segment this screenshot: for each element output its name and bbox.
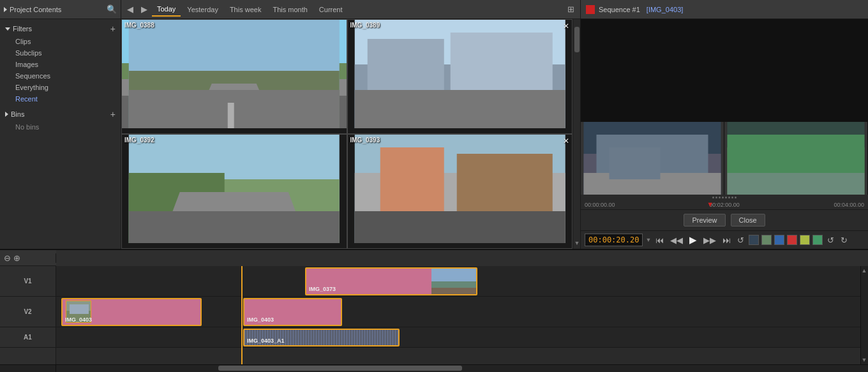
thumb-image-0388 (122, 20, 347, 128)
no-bins-label: No bins (0, 121, 121, 133)
step-back-button[interactable]: ◀◀ (668, 235, 685, 246)
thumb-label-0388: IMG_0388 (124, 22, 154, 29)
tab-this-week[interactable]: This week (225, 3, 267, 16)
project-contents-title: Project Contents (10, 6, 61, 13)
track-a1: IMG_0403_A1 (56, 327, 860, 348)
v2-clip-2-label: IMG_0403 (247, 316, 274, 323)
timecode-dots-bar (581, 195, 868, 200)
step-forward-button[interactable]: ▶▶ (701, 235, 718, 246)
back-button[interactable]: ◀ (124, 3, 137, 15)
color-swatch-4 (787, 235, 797, 245)
preview-main (581, 19, 868, 121)
sidebar-item-subclips[interactable]: Subclips (0, 47, 121, 59)
svg-rect-28 (728, 135, 865, 173)
preview-thumb-2[interactable] (724, 122, 868, 195)
clip-thumb-road (431, 269, 476, 294)
track-content-area: IMG_0373 (56, 266, 860, 364)
timecode-ruler-bar: 00:00:00.00 ▼00:02:00.00 00:04:00.00 (581, 200, 868, 209)
a1-clip-inner: IMG_0403_A1 (244, 330, 398, 345)
goto-start-button[interactable]: ⏮ (654, 235, 666, 246)
thumbnail-img0392[interactable]: IMG_0392 (121, 134, 347, 249)
tc-mark-1: 00:00:00.00 (585, 202, 615, 208)
preview-thumbnails-strip (581, 121, 868, 195)
zoom-out-button[interactable]: ⊖ (4, 253, 11, 263)
preview-thumb-1[interactable] (581, 122, 724, 195)
v1-clip-img0373[interactable]: IMG_0373 (305, 267, 477, 295)
thumb-close-0389[interactable]: ✕ (563, 22, 569, 31)
goto-end-button[interactable]: ⏭ (721, 235, 733, 246)
scrollbar-h-track[interactable] (56, 365, 868, 372)
color-swatch-2 (761, 235, 772, 245)
svg-rect-51 (431, 288, 476, 294)
preview-svg (584, 19, 865, 121)
bins-header-left: Bins (5, 110, 24, 118)
thumb-svg-0389 (348, 20, 572, 128)
sidebar-item-sequences[interactable]: Sequences (0, 70, 121, 82)
timeline-track-labels-header: ⊖ ⊕ (0, 253, 56, 263)
grid-view-button[interactable]: ⊞ (564, 3, 578, 15)
a1-clip-1[interactable]: IMG_0403_A1 (243, 329, 400, 346)
tc-mark-2: ▼00:02:00.00 (709, 202, 740, 208)
a1-clip-label: IMG_0403_A1 (247, 338, 285, 344)
sequence-badge (586, 5, 595, 14)
timecode-dropdown[interactable]: ▼ (645, 237, 651, 243)
search-icon[interactable]: 🔍 (107, 4, 117, 14)
thumb-image-0392 (122, 135, 347, 243)
tab-this-month[interactable]: This month (267, 3, 312, 16)
thumb-svg-0392 (122, 135, 347, 243)
thumbnails-scrollbar[interactable]: ▼ (572, 19, 580, 249)
sidebar-item-clips[interactable]: Clips (0, 36, 121, 47)
header-left: Project Contents (4, 6, 61, 13)
svg-rect-25 (610, 147, 661, 179)
filters-section[interactable]: Filters + (0, 22, 121, 36)
scroll-up[interactable]: ▲ (862, 267, 867, 274)
timeline-scrollbar-v[interactable]: ▲ ▼ (860, 266, 868, 364)
preview-thumb-svg-2 (724, 122, 867, 195)
dot-2 (715, 197, 717, 198)
sidebar-item-everything[interactable]: Everything (0, 82, 121, 93)
close-button[interactable]: Close (731, 214, 765, 227)
add-filter-icon[interactable]: + (110, 24, 116, 34)
play-button[interactable]: ▶ (687, 234, 699, 246)
undo-button[interactable]: ↺ (825, 235, 836, 246)
sidebar-item-recent[interactable]: Recent (0, 93, 121, 105)
tab-yesterday[interactable]: Yesterday (182, 3, 223, 16)
v2-clip-1[interactable]: IMG_0403 (61, 298, 202, 326)
v2-clip-1-label: IMG_0403 (65, 316, 92, 323)
thumb-close-0393[interactable]: ✕ (563, 137, 569, 145)
left-panel-content: Filters + Clips Subclips Images Sequence… (0, 19, 121, 249)
thumbnail-img0389[interactable]: IMG_0389 ✕ (347, 19, 573, 134)
track-label-a1: A1 (0, 327, 56, 348)
clip-label: [IMG_0403] (647, 6, 683, 13)
scrollbar-thumb (574, 27, 580, 52)
scroll-down[interactable]: ▼ (862, 357, 867, 363)
sidebar-item-images[interactable]: Images (0, 59, 121, 70)
track-v2: IMG_0403 IMG_0403 (56, 297, 860, 327)
svg-rect-29 (728, 173, 865, 195)
preview-area: 00:00:00.00 ▼00:02:00.00 00:04:00.00 Pre… (581, 19, 868, 249)
preview-button[interactable]: Preview (684, 214, 725, 227)
tab-current[interactable]: Current (314, 3, 348, 16)
add-bin-icon[interactable]: + (110, 109, 116, 119)
tab-today[interactable]: Today (152, 3, 181, 17)
zoom-in-button[interactable]: ⊕ (13, 253, 20, 263)
filters-label: Filters (13, 25, 32, 33)
sequence-label: Sequence #1 (599, 6, 640, 13)
track-label-v1: V1 (0, 266, 56, 297)
left-panel: Project Contents 🔍 Filters + Clips Subcl… (0, 0, 121, 249)
v2-clip-2[interactable]: IMG_0403 (243, 298, 342, 326)
preview-thumb-svg-1 (581, 122, 724, 195)
thumbnail-img0393[interactable]: IMG_0393 ✕ (347, 134, 573, 249)
timeline-track-list: V1 V2 A1 (0, 266, 56, 364)
loop-button[interactable]: ↺ (735, 235, 746, 246)
bins-section[interactable]: Bins + (0, 107, 121, 121)
ruler-svg: 00:00:00.00 00:00:10.00 00:00:20.00 00:0… (56, 250, 868, 266)
redo-button[interactable]: ↻ (839, 235, 849, 246)
preview-controls: Preview Close (581, 209, 868, 230)
timeline-header: ⊖ ⊕ 00:00:00.00 00:00:10.00 00:00:20.00 … (0, 250, 868, 266)
thumbnails-grid: IMG_0388 IMG_0389 (121, 19, 572, 249)
scroll-down-arrow[interactable]: ▼ (574, 241, 580, 246)
thumbnail-img0388[interactable]: IMG_0388 (121, 19, 347, 134)
forward-button[interactable]: ▶ (138, 3, 151, 15)
svg-rect-20 (584, 19, 865, 121)
